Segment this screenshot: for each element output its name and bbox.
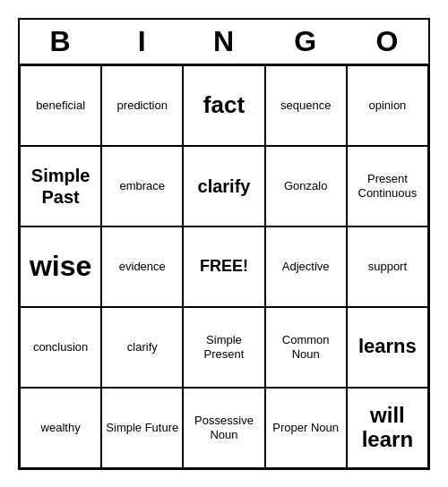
bingo-cell-23: Proper Noun bbox=[265, 388, 347, 468]
bingo-cell-17: Simple Present bbox=[183, 307, 264, 388]
bingo-cell-2: fact bbox=[183, 65, 264, 146]
bingo-cell-15: conclusion bbox=[20, 307, 101, 388]
bingo-cell-0: beneficial bbox=[20, 65, 101, 146]
bingo-cell-21: Simple Future bbox=[101, 388, 183, 468]
header-letter-g: G bbox=[265, 20, 347, 64]
bingo-cell-7: clarify bbox=[183, 146, 264, 226]
header-letter-n: N bbox=[183, 20, 264, 64]
bingo-cell-3: sequence bbox=[265, 65, 347, 146]
bingo-cell-19: learns bbox=[347, 307, 428, 388]
header-letter-b: B bbox=[20, 20, 101, 64]
bingo-cell-1: prediction bbox=[101, 65, 183, 146]
bingo-grid: beneficialpredictionfactsequenceopinionS… bbox=[20, 65, 428, 468]
bingo-cell-14: support bbox=[347, 226, 428, 307]
header-letter-i: I bbox=[101, 20, 183, 64]
bingo-cell-16: clarify bbox=[101, 307, 183, 388]
bingo-cell-4: opinion bbox=[347, 65, 428, 146]
bingo-cell-5: Simple Past bbox=[20, 146, 101, 226]
bingo-cell-12: FREE! bbox=[183, 226, 264, 307]
bingo-cell-9: Present Continuous bbox=[347, 146, 428, 226]
bingo-cell-11: evidence bbox=[101, 226, 183, 307]
bingo-cell-10: wise bbox=[20, 226, 101, 307]
bingo-card: BINGO beneficialpredictionfactsequenceop… bbox=[18, 18, 430, 470]
bingo-cell-22: Possessive Noun bbox=[183, 388, 264, 468]
bingo-cell-20: wealthy bbox=[20, 388, 101, 468]
bingo-cell-24: will learn bbox=[347, 388, 428, 468]
bingo-cell-13: Adjective bbox=[265, 226, 347, 307]
bingo-header: BINGO bbox=[20, 20, 428, 65]
header-letter-o: O bbox=[347, 20, 428, 64]
bingo-cell-8: Gonzalo bbox=[265, 146, 347, 226]
bingo-cell-18: Common Noun bbox=[265, 307, 347, 388]
bingo-cell-6: embrace bbox=[101, 146, 183, 226]
